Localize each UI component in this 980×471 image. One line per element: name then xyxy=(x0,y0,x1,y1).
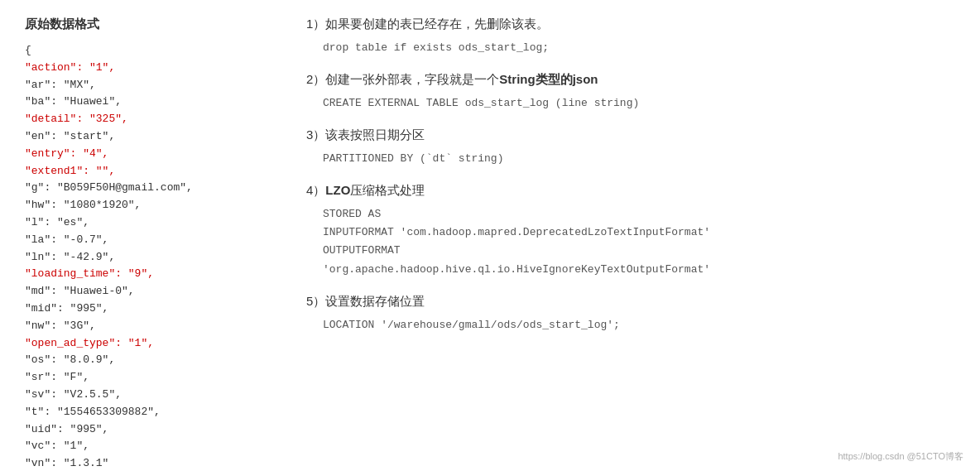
code-line: drop table if exists ods_start_log; xyxy=(323,39,955,57)
code-line: STORED AS xyxy=(323,205,955,223)
left-panel: 原始数据格式 {"action": "1","ar": "MX","ba": "… xyxy=(25,17,273,471)
code-line: INPUTFORMAT 'com.hadoop.mapred.Deprecate… xyxy=(323,223,955,242)
step-code-4: STORED AS INPUTFORMAT 'com.hadoop.mapred… xyxy=(306,205,955,278)
json-line: "os": "8.0.9", xyxy=(25,352,273,369)
json-line: "ba": "Huawei", xyxy=(25,94,273,111)
step-3: 3）该表按照日期分区PARTITIONED BY (`dt` string) xyxy=(306,127,955,168)
left-title: 原始数据格式 xyxy=(25,17,273,32)
step-heading-2: 2）创建一张外部表，字段就是一个String类型的json xyxy=(306,72,955,88)
json-line: "entry": "4", xyxy=(25,146,273,163)
json-line: "ar": "MX", xyxy=(25,77,273,94)
code-line: PARTITIONED BY (`dt` string) xyxy=(323,150,955,168)
json-line: "action": "1", xyxy=(25,60,273,77)
code-line: 'org.apache.hadoop.hive.ql.io.HiveIgnore… xyxy=(323,261,955,279)
step-code-5: LOCATION '/warehouse/gmall/ods/ods_start… xyxy=(306,316,955,334)
json-line: "sr": "F", xyxy=(25,369,273,387)
json-line: "detail": "325", xyxy=(25,111,273,128)
json-line: "mid": "995", xyxy=(25,300,273,318)
step-heading-4: 4）LZO压缩格式处理 xyxy=(306,183,955,199)
step-code-1: drop table if exists ods_start_log; xyxy=(306,39,955,57)
step-heading-5: 5）设置数据存储位置 xyxy=(306,294,955,310)
json-line: "g": "B059F50H@gmail.com", xyxy=(25,180,273,197)
step-heading-3: 3）该表按照日期分区 xyxy=(306,127,955,143)
json-line: "uid": "995", xyxy=(25,421,273,439)
step-heading-bold: LZO xyxy=(325,183,350,197)
step-code-2: CREATE EXTERNAL TABLE ods_start_log (lin… xyxy=(306,94,955,113)
step-heading-1: 1）如果要创建的表已经存在，先删除该表。 xyxy=(306,17,955,32)
right-panel: 1）如果要创建的表已经存在，先删除该表。drop table if exists… xyxy=(306,17,955,471)
step-1: 1）如果要创建的表已经存在，先删除该表。drop table if exists… xyxy=(306,17,955,57)
json-line: "ln": "-42.9", xyxy=(25,249,273,267)
json-line: "la": "-0.7", xyxy=(25,232,273,249)
footer-note: https://blog.csdn @51CTO博客 xyxy=(838,450,963,463)
json-line: "extend1": "", xyxy=(25,163,273,180)
step-4: 4）LZO压缩格式处理STORED AS INPUTFORMAT 'com.ha… xyxy=(306,183,955,278)
code-line: OUTPUTFORMAT xyxy=(323,242,955,260)
json-line: "t": "1554653309882", xyxy=(25,404,273,421)
code-line: LOCATION '/warehouse/gmall/ods/ods_start… xyxy=(323,316,955,334)
step-code-3: PARTITIONED BY (`dt` string) xyxy=(306,150,955,168)
step-heading-bold: String类型的json xyxy=(499,72,598,86)
json-line: "loading_time": "9", xyxy=(25,266,273,283)
json-line: { xyxy=(25,42,273,60)
json-line: "md": "Huawei-0", xyxy=(25,283,273,300)
json-line: "open_ad_type": "1", xyxy=(25,335,273,353)
json-line: "hw": "1080*1920", xyxy=(25,197,273,214)
json-block: {"action": "1","ar": "MX","ba": "Huawei"… xyxy=(25,42,273,471)
code-line: CREATE EXTERNAL TABLE ods_start_log (lin… xyxy=(323,94,955,113)
step-5: 5）设置数据存储位置LOCATION '/warehouse/gmall/ods… xyxy=(306,294,955,334)
step-2: 2）创建一张外部表，字段就是一个String类型的jsonCREATE EXTE… xyxy=(306,72,955,113)
json-line: "en": "start", xyxy=(25,128,273,146)
json-line: "nw": "3G", xyxy=(25,318,273,335)
json-line: "vc": "1", xyxy=(25,438,273,455)
json-line: "l": "es", xyxy=(25,214,273,232)
json-line: "sv": "V2.5.5", xyxy=(25,387,273,404)
json-line: "vn": "1.3.1" xyxy=(25,455,273,471)
main-container: 原始数据格式 {"action": "1","ar": "MX","ba": "… xyxy=(25,17,955,471)
